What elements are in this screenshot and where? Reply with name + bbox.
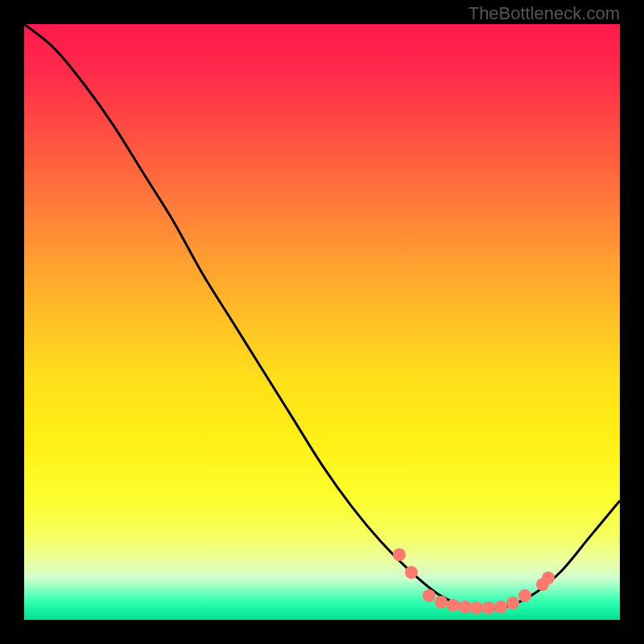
- data-point: [459, 601, 472, 613]
- plot-area: [24, 24, 620, 620]
- data-point: [506, 597, 519, 609]
- watermark-text: TheBottleneck.com: [469, 3, 620, 24]
- data-point: [470, 601, 483, 614]
- data-point: [482, 601, 495, 614]
- chart-container: TheBottleneck.com: [0, 0, 644, 644]
- data-point: [423, 589, 436, 602]
- data-point: [435, 596, 448, 609]
- data-point: [405, 566, 418, 579]
- data-point: [518, 589, 531, 602]
- data-point: [494, 601, 507, 613]
- data-point: [447, 599, 460, 612]
- data-point: [393, 548, 406, 561]
- data-point: [542, 572, 555, 584]
